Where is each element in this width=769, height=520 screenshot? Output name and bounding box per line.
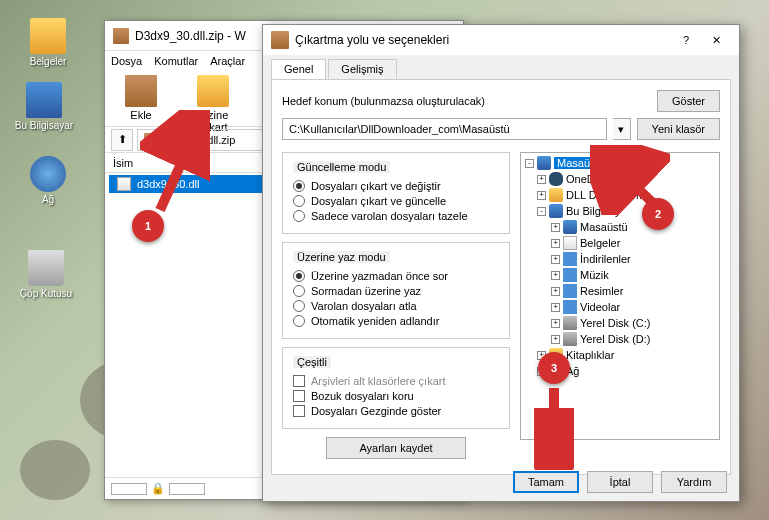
dialog-app-icon bbox=[271, 31, 289, 49]
tree-node[interactable]: +İndirilenler bbox=[523, 251, 717, 267]
tree-node[interactable]: +Yerel Disk (C:) bbox=[523, 315, 717, 331]
checkbox-icon bbox=[293, 390, 305, 402]
desktop-icon-documents[interactable]: Belgeler bbox=[18, 18, 78, 67]
up-arrow-icon: ⬆ bbox=[118, 133, 127, 146]
svg-line-1 bbox=[605, 157, 655, 205]
checkbox-icon bbox=[293, 375, 305, 387]
expand-icon[interactable]: + bbox=[551, 255, 560, 264]
overwrite-mode-title: Üzerine yaz modu bbox=[293, 251, 390, 263]
dest-path-dropdown[interactable]: ▾ bbox=[613, 118, 631, 140]
status-segment bbox=[111, 483, 147, 495]
new-folder-button[interactable]: Yeni klasör bbox=[637, 118, 720, 140]
add-icon bbox=[125, 75, 157, 107]
help-button[interactable]: ? bbox=[671, 28, 701, 52]
save-settings-button[interactable]: Ayarları kaydet bbox=[326, 437, 466, 459]
check-show-explorer[interactable]: Dosyaları Gezginde göster bbox=[293, 405, 499, 417]
radio-icon bbox=[293, 180, 305, 192]
tree-node[interactable]: +Belgeler bbox=[523, 235, 717, 251]
cancel-button[interactable]: İptal bbox=[587, 471, 653, 493]
expand-icon[interactable]: + bbox=[551, 223, 560, 232]
dialog-footer: Tamam İptal Yardım bbox=[513, 471, 727, 493]
annotation-arrow-3 bbox=[534, 380, 574, 470]
recyclebin-icon bbox=[28, 250, 64, 286]
tree-node-icon bbox=[549, 188, 563, 202]
tree-node-icon bbox=[549, 204, 563, 218]
ok-button[interactable]: Tamam bbox=[513, 471, 579, 493]
radio-icon bbox=[293, 195, 305, 207]
tree-node-label: İndirilenler bbox=[580, 253, 631, 265]
extract-icon bbox=[197, 75, 229, 107]
checkbox-icon bbox=[293, 405, 305, 417]
tree-node-icon bbox=[563, 332, 577, 346]
expand-icon[interactable]: + bbox=[551, 319, 560, 328]
tree-node[interactable]: +Videolar bbox=[523, 299, 717, 315]
radio-icon bbox=[293, 300, 305, 312]
radio-icon bbox=[293, 210, 305, 222]
tree-node-label: Yerel Disk (C:) bbox=[580, 317, 651, 329]
expand-icon[interactable]: + bbox=[551, 271, 560, 280]
radio-freshen[interactable]: Sadece varolan dosyaları tazele bbox=[293, 210, 499, 222]
help-icon: ? bbox=[683, 34, 689, 46]
check-keep-broken[interactable]: Bozuk dosyaları koru bbox=[293, 390, 499, 402]
desktop-icon-label: Belgeler bbox=[18, 56, 78, 67]
expand-icon[interactable]: + bbox=[537, 175, 546, 184]
network-icon bbox=[30, 156, 66, 192]
tree-node-label: Masaüstü bbox=[580, 221, 628, 233]
tree-node-icon bbox=[537, 156, 551, 170]
file-icon bbox=[117, 177, 131, 191]
radio-ask-overwrite[interactable]: Üzerine yazmadan önce sor bbox=[293, 270, 499, 282]
menu-commands[interactable]: Komutlar bbox=[154, 55, 198, 67]
dest-path-input[interactable]: C:\Kullanıcılar\DllDownloader_com\Masaüs… bbox=[282, 118, 607, 140]
update-mode-group: Güncelleme modu Dosyaları çıkart ve deği… bbox=[282, 152, 510, 234]
desktop-icon-computer[interactable]: Bu Bilgisayar bbox=[14, 82, 74, 131]
dialog-tabs: Genel Gelişmiş bbox=[263, 55, 739, 79]
expand-icon[interactable]: - bbox=[537, 207, 546, 216]
tree-node[interactable]: +Resimler bbox=[523, 283, 717, 299]
computer-icon bbox=[26, 82, 62, 118]
tree-node-icon bbox=[563, 284, 577, 298]
radio-auto-rename[interactable]: Otomatik yeniden adlandır bbox=[293, 315, 499, 327]
dialog-title-text: Çıkartma yolu ve seçenekleri bbox=[295, 33, 671, 47]
path-up-button[interactable]: ⬆ bbox=[111, 129, 133, 151]
check-subfolders[interactable]: Arşivleri alt klasörlere çıkart bbox=[293, 375, 499, 387]
radio-icon bbox=[293, 315, 305, 327]
expand-icon[interactable]: + bbox=[551, 239, 560, 248]
expand-icon[interactable]: + bbox=[551, 303, 560, 312]
close-button[interactable]: ✕ bbox=[701, 28, 731, 52]
tree-node-label: Videolar bbox=[580, 301, 620, 313]
tab-advanced[interactable]: Gelişmiş bbox=[328, 59, 396, 79]
radio-skip-existing[interactable]: Varolan dosyaları atla bbox=[293, 300, 499, 312]
tree-node-icon bbox=[563, 236, 577, 250]
desktop-icon-recyclebin[interactable]: Çöp Kutusu bbox=[16, 250, 76, 299]
expand-icon[interactable]: + bbox=[551, 335, 560, 344]
tree-node-label: Resimler bbox=[580, 285, 623, 297]
tree-node[interactable]: +Masaüstü bbox=[523, 219, 717, 235]
desktop-icon-label: Ağ bbox=[18, 194, 78, 205]
annotation-arrow-1 bbox=[140, 110, 210, 220]
desktop-icon-label: Çöp Kutusu bbox=[16, 288, 76, 299]
radio-extract-replace[interactable]: Dosyaları çıkart ve değiştir bbox=[293, 180, 499, 192]
dialog-titlebar[interactable]: Çıkartma yolu ve seçenekleri ? ✕ bbox=[263, 25, 739, 55]
tab-general[interactable]: Genel bbox=[271, 59, 326, 79]
status-segment bbox=[169, 483, 205, 495]
expand-icon[interactable]: + bbox=[551, 287, 560, 296]
tree-node-label: Belgeler bbox=[580, 237, 620, 249]
overwrite-mode-group: Üzerine yaz modu Üzerine yazmadan önce s… bbox=[282, 242, 510, 339]
tree-node[interactable]: +Yerel Disk (D:) bbox=[523, 331, 717, 347]
update-mode-title: Güncelleme modu bbox=[293, 161, 390, 173]
annotation-badge-2: 2 bbox=[642, 198, 674, 230]
desktop-icon-network[interactable]: Ağ bbox=[18, 156, 78, 205]
expand-icon[interactable]: - bbox=[525, 159, 534, 168]
menu-tools[interactable]: Araçlar bbox=[210, 55, 245, 67]
tree-node-label: Yerel Disk (D:) bbox=[580, 333, 651, 345]
help-button[interactable]: Yardım bbox=[661, 471, 727, 493]
radio-overwrite-noask[interactable]: Sormadan üzerine yaz bbox=[293, 285, 499, 297]
menu-file[interactable]: Dosya bbox=[111, 55, 142, 67]
show-button[interactable]: Göster bbox=[657, 90, 720, 112]
radio-icon bbox=[293, 285, 305, 297]
expand-icon[interactable]: + bbox=[537, 191, 546, 200]
radio-extract-update[interactable]: Dosyaları çıkart ve güncelle bbox=[293, 195, 499, 207]
tree-node[interactable]: +Müzik bbox=[523, 267, 717, 283]
tree-node-icon bbox=[563, 300, 577, 314]
misc-title: Çeşitli bbox=[293, 356, 331, 368]
